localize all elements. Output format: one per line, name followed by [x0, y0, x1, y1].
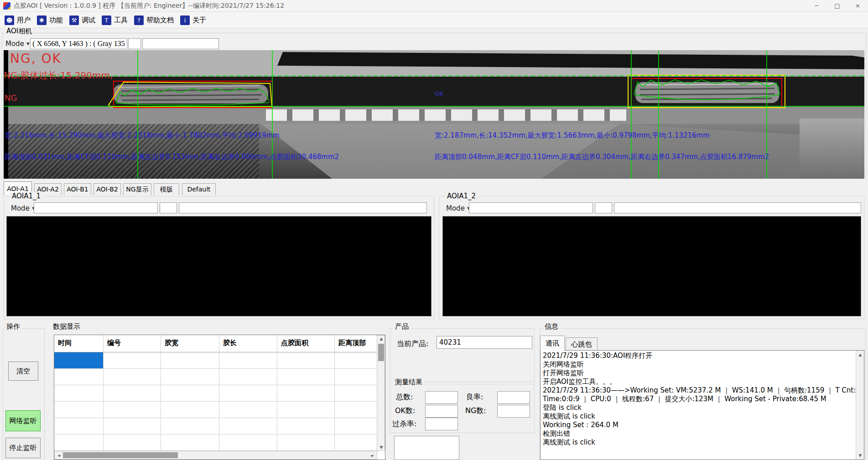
camera-mode-dropdown[interactable]: Mode ▼ [5, 39, 30, 49]
yield-rate-field[interactable] [497, 391, 530, 404]
selected-cell[interactable] [54, 352, 104, 369]
menu-item-about[interactable]: i 关于 [179, 13, 212, 27]
total-count-label: 总数: [396, 393, 413, 402]
user-icon: ☻ [5, 16, 14, 25]
scroll-left-icon[interactable]: ◄ [56, 453, 62, 458]
network-listen-button[interactable]: 网络监听 [5, 410, 41, 431]
menubar: ☻ 用户 ✱ 功能 ⚒ 调试 T 工具 ? 帮助文档 i 关于 [0, 12, 868, 28]
table-row[interactable] [54, 434, 377, 451]
window-title: 点胶AOI [ Version : 1.0.0.9 ] 程序 【当前用户: En… [14, 2, 284, 10]
scroll-down-icon[interactable]: ▼ [377, 445, 385, 450]
about-icon: i [180, 16, 190, 25]
product-group-label: 产品 [393, 323, 411, 331]
data-display-label: 数据显示 [51, 323, 82, 331]
overlay-right-stats-line2: 距离顶部0.048mm,距离CF层0.110mm,距离左边界0.304mm,距离… [435, 153, 769, 161]
table-row[interactable] [54, 369, 377, 385]
menu-item-debug[interactable]: ⚒ 调试 [68, 13, 101, 27]
stop-listen-button[interactable]: 停止监听 [5, 438, 41, 458]
current-product-field[interactable]: 40231 [437, 336, 532, 349]
overkill-rate-field[interactable] [425, 418, 458, 430]
panel-right-field1[interactable] [469, 202, 593, 213]
hscroll-thumb[interactable] [63, 452, 178, 458]
tab-default[interactable]: Default [182, 183, 216, 195]
menu-item-help[interactable]: ? 帮助文档 [133, 13, 179, 27]
overlay-right-stats-line1: 宽:2.187mm,长:14.352mm,最大胶宽:1.5663mm,最小:0.… [435, 131, 710, 140]
table-vscrollbar[interactable]: ▲ ▼ [377, 335, 385, 451]
column-header-distance-top[interactable]: 距离顶部 [335, 335, 377, 352]
scroll-up-icon[interactable]: ▲ [856, 352, 864, 357]
panel-left-label: AOIA1_1 [10, 192, 42, 200]
table-row[interactable] [54, 402, 377, 418]
camera-field-small[interactable] [128, 38, 141, 49]
camera-field-wide[interactable] [142, 38, 219, 49]
maximize-button[interactable]: □ [827, 0, 847, 12]
menu-item-function[interactable]: ✱ 功能 [36, 13, 68, 27]
menu-item-tools[interactable]: T 工具 [101, 13, 133, 27]
log-line: 登陆 is click [543, 403, 862, 412]
debug-hammer-icon: ⚒ [69, 16, 79, 25]
log-line: 检测出错 [543, 429, 862, 438]
results-group-label: 测量结果 [393, 378, 424, 386]
panel-right-mode-dropdown[interactable]: Mode ▼ [446, 203, 470, 213]
help-icon: ? [134, 16, 144, 25]
column-header-id[interactable]: 编号 [104, 335, 161, 352]
total-count-field[interactable] [425, 391, 458, 404]
ng-count-label: NG数: [465, 406, 486, 416]
column-header-glue-width[interactable]: 胶宽 [161, 335, 219, 352]
overkill-rate-label: 过杀率: [392, 419, 416, 429]
column-header-glue-area[interactable]: 点胶面积 [277, 335, 335, 352]
clear-button[interactable]: 清空 [8, 362, 38, 381]
operation-group-label: 操作 [5, 323, 22, 331]
tab-ng-display[interactable]: NG显示 [123, 183, 151, 195]
app-window: 点胶AOI [ Version : 1.0.0.9 ] 程序 【当前用户: En… [0, 0, 868, 460]
log-line: 打开网络监听 [543, 369, 862, 377]
panel-left-image-canvas[interactable] [6, 216, 431, 316]
panel-right-field3[interactable] [614, 202, 861, 213]
scroll-right-icon[interactable]: ► [369, 453, 376, 458]
tab-heartbeat[interactable]: 心跳包 [566, 337, 598, 351]
column-header-time[interactable]: 时间 [54, 335, 104, 352]
scroll-up-icon[interactable]: ▲ [377, 336, 385, 341]
log-line: 离线测试 is click [543, 412, 862, 421]
tab-aoi-b2[interactable]: AOI-B2 [94, 183, 121, 195]
tab-communication[interactable]: 通讯 [540, 336, 565, 351]
titlebar: 点胶AOI [ Version : 1.0.0.9 ] 程序 【当前用户: En… [0, 0, 868, 12]
panel-left-field2[interactable] [160, 202, 177, 213]
table-hscrollbar[interactable]: ◄ ► [54, 451, 377, 460]
scroll-down-icon[interactable]: ▼ [856, 453, 864, 458]
tab-aoi-b1[interactable]: AOI-B1 [64, 183, 91, 195]
table-row[interactable] [54, 418, 377, 434]
panel-right-image-canvas[interactable] [442, 216, 861, 316]
ok-count-field[interactable] [425, 405, 458, 418]
overlay-ng-reason: NG:胶体过长:15.290mm, [4, 69, 113, 82]
communication-log[interactable]: 2021/7/29 11:36:30:AOI程序打开关闭网络监听打开网络监听开启… [540, 350, 864, 460]
overlay-left-stats-line2: 距离顶部0.031mm,距离CF层0.110mm,距离左边界0.153mm,距离… [5, 153, 339, 161]
overlay-left-stats-line1: 宽:2.216mm,长:15.290mm,最大胶宽:2.2218mm,最小:1.… [5, 131, 280, 140]
log-line: 2021/7/29 11:36:30:AOI程序打开 [543, 351, 862, 360]
panel-left-mode-dropdown[interactable]: Mode ▼ [11, 203, 35, 213]
menu-item-user[interactable]: ☻ 用户 [4, 13, 36, 27]
log-vscrollbar[interactable]: ▲ ▼ [856, 351, 864, 460]
camera-image[interactable]: NG, OK NG:胶体过长:15.290mm, NG OK 宽:2.216mm… [4, 50, 864, 179]
overlay-ok-label: OK [435, 90, 443, 97]
table-row[interactable] [54, 352, 377, 369]
log-line: 开启AOI监控工具。。。 [543, 377, 862, 386]
panel-left-field1[interactable] [34, 202, 158, 213]
panel-right-label: AOIA1_2 [445, 192, 478, 200]
log-line: 离线测试 is click [543, 438, 862, 447]
info-group-label: 信息 [543, 323, 560, 331]
minimize-button[interactable]: ─ [806, 0, 827, 12]
panel-left-field3[interactable] [179, 202, 427, 213]
tab-template[interactable]: 模版 [154, 183, 179, 195]
yield-rate-label: 良率: [466, 393, 483, 402]
close-button[interactable]: × [847, 0, 868, 12]
table-row[interactable] [54, 385, 377, 402]
vscroll-thumb[interactable] [378, 344, 384, 361]
log-line: Time:0:0:9 ｜ CPU:0 ｜ 线程数:67 ｜ 提交大小:123M … [543, 395, 862, 403]
results-list-box[interactable] [394, 436, 459, 460]
panel-right-field2[interactable] [595, 202, 612, 213]
log-line: Working Set : 264.0 M [543, 421, 862, 429]
data-table: 时间 编号 胶宽 胶长 点胶面积 距离顶部 [54, 335, 385, 460]
column-header-glue-length[interactable]: 胶长 [219, 335, 277, 352]
ng-count-field[interactable] [497, 405, 530, 418]
